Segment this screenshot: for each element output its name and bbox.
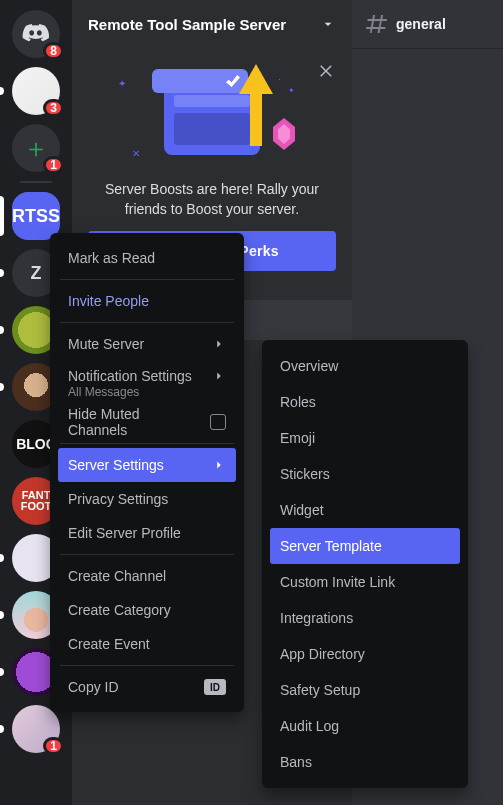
- menu-label: Mute Server: [68, 336, 144, 352]
- chevron-down-icon: [320, 16, 336, 32]
- submenu-server-template[interactable]: Server Template: [270, 528, 460, 564]
- mention-badge: 3: [43, 99, 64, 117]
- checkbox-icon: [210, 414, 226, 430]
- unread-pill: [0, 725, 4, 733]
- menu-notification-settings[interactable]: Notification Settings All Messages: [58, 361, 236, 405]
- menu-label: Safety Setup: [280, 682, 360, 698]
- submenu-integrations[interactable]: Integrations: [270, 600, 460, 636]
- menu-label: Stickers: [280, 466, 330, 482]
- server-avatar-1[interactable]: 3: [12, 67, 60, 115]
- submenu-safety-setup[interactable]: Safety Setup: [270, 672, 460, 708]
- menu-label: Copy ID: [68, 679, 119, 695]
- server-context-menu: Mark as Read Invite People Mute Server N…: [50, 233, 244, 712]
- arrow-up-icon: [243, 64, 269, 146]
- menu-label: Widget: [280, 502, 324, 518]
- menu-hide-muted[interactable]: Hide Muted Channels: [58, 405, 236, 439]
- menu-label: Custom Invite Link: [280, 574, 395, 590]
- menu-separator: [60, 554, 234, 555]
- menu-invite-people[interactable]: Invite People: [58, 284, 236, 318]
- menu-mute-server[interactable]: Mute Server: [58, 327, 236, 361]
- menu-separator: [60, 322, 234, 323]
- unread-pill: [0, 383, 4, 391]
- channel-header: general: [352, 0, 503, 48]
- submenu-widget[interactable]: Widget: [270, 492, 460, 528]
- submenu-app-directory[interactable]: App Directory: [270, 636, 460, 672]
- chevron-right-icon: [212, 369, 226, 383]
- menu-label: Edit Server Profile: [68, 525, 181, 541]
- server-initials: RTSS: [12, 206, 60, 227]
- menu-label: Roles: [280, 394, 316, 410]
- hash-icon: [364, 12, 388, 36]
- home-button[interactable]: 8: [12, 10, 60, 58]
- menu-label: Server Template: [280, 538, 382, 554]
- boost-illustration: ✦ ✕ · ✦: [88, 64, 336, 174]
- menu-label: Integrations: [280, 610, 353, 626]
- unread-pill: [0, 87, 4, 95]
- submenu-roles[interactable]: Roles: [270, 384, 460, 420]
- menu-label: Mark as Read: [68, 250, 155, 266]
- menu-separator: [60, 665, 234, 666]
- mention-badge: 8: [43, 42, 64, 60]
- mention-badge: 1: [43, 156, 64, 174]
- menu-edit-server-profile[interactable]: Edit Server Profile: [58, 516, 236, 550]
- server-initials: Z: [31, 263, 42, 284]
- add-server-button[interactable]: ＋ 1: [12, 124, 60, 172]
- unread-pill: [0, 269, 4, 277]
- unread-pill: [0, 668, 4, 676]
- submenu-stickers[interactable]: Stickers: [270, 456, 460, 492]
- submenu-bans[interactable]: Bans: [270, 744, 460, 780]
- menu-label: Create Category: [68, 602, 171, 618]
- boost-text: Server Boosts are here! Rally your frien…: [88, 180, 336, 219]
- server-avatar-9[interactable]: 1: [12, 705, 60, 753]
- server-settings-submenu: Overview Roles Emoji Stickers Widget Ser…: [262, 340, 468, 788]
- menu-label: Server Settings: [68, 457, 164, 473]
- submenu-overview[interactable]: Overview: [270, 348, 460, 384]
- server-name: Remote Tool Sample Server: [88, 16, 320, 33]
- menu-label: Privacy Settings: [68, 491, 168, 507]
- submenu-emoji[interactable]: Emoji: [270, 420, 460, 456]
- menu-create-event[interactable]: Create Event: [58, 627, 236, 661]
- menu-create-channel[interactable]: Create Channel: [58, 559, 236, 593]
- server-header[interactable]: Remote Tool Sample Server: [72, 0, 352, 48]
- unread-pill: [0, 326, 4, 334]
- id-icon: ID: [204, 679, 226, 695]
- menu-label: Bans: [280, 754, 312, 770]
- menu-server-settings[interactable]: Server Settings: [58, 448, 236, 482]
- submenu-custom-invite-link[interactable]: Custom Invite Link: [270, 564, 460, 600]
- channel-name: general: [396, 16, 446, 32]
- menu-separator: [60, 443, 234, 444]
- menu-copy-id[interactable]: Copy ID ID: [58, 670, 236, 704]
- boost-gem-icon: [273, 118, 295, 150]
- menu-label: Emoji: [280, 430, 315, 446]
- menu-mark-read[interactable]: Mark as Read: [58, 241, 236, 275]
- unread-pill: [0, 611, 4, 619]
- menu-label: Invite People: [68, 293, 149, 309]
- unread-pill: [0, 554, 4, 562]
- menu-separator: [60, 279, 234, 280]
- submenu-audit-log[interactable]: Audit Log: [270, 708, 460, 744]
- menu-label: Audit Log: [280, 718, 339, 734]
- menu-privacy-settings[interactable]: Privacy Settings: [58, 482, 236, 516]
- menu-label: Create Event: [68, 636, 150, 652]
- menu-label: Overview: [280, 358, 338, 374]
- menu-label: App Directory: [280, 646, 365, 662]
- menu-label: Notification Settings: [68, 368, 192, 384]
- menu-label: Create Channel: [68, 568, 166, 584]
- menu-create-category[interactable]: Create Category: [58, 593, 236, 627]
- menu-label: Hide Muted Channels: [68, 406, 202, 438]
- rail-separator: [20, 181, 52, 183]
- chevron-right-icon: [212, 458, 226, 472]
- mention-badge: 1: [43, 737, 64, 755]
- chevron-right-icon: [212, 337, 226, 351]
- active-pill: [0, 196, 4, 236]
- menu-sublabel: All Messages: [68, 385, 139, 399]
